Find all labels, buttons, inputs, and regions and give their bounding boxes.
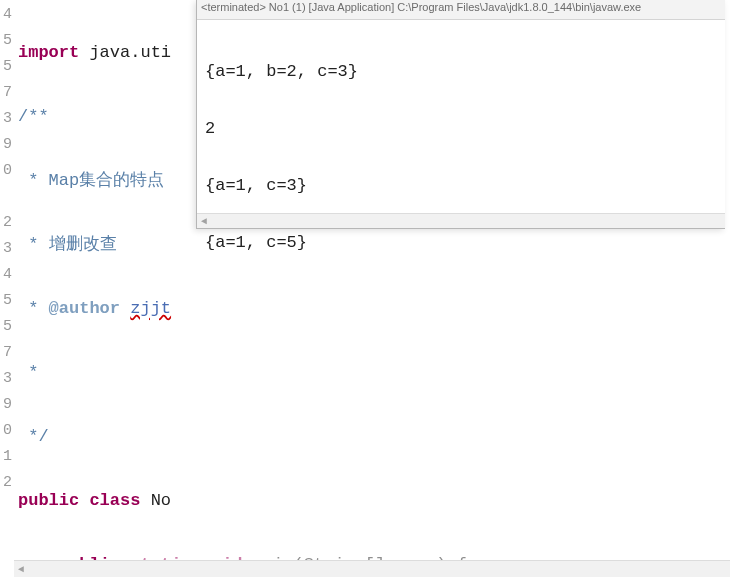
line-number: 7 <box>0 80 14 106</box>
line-number: 5 <box>0 28 14 54</box>
console-output[interactable]: {a=1, b=2, c=3} 2 {a=1, c=3} {a=1, c=5} <box>197 20 725 294</box>
console-horizontal-scrollbar[interactable]: ◄ <box>197 213 725 228</box>
scroll-left-arrow[interactable]: ◄ <box>14 562 28 576</box>
javadoc-star: * <box>18 171 49 190</box>
console-header: <terminated> No1 (1) [Java Application] … <box>197 0 725 20</box>
line-number: 2 <box>0 470 14 496</box>
console-line: 2 <box>205 119 717 138</box>
space <box>79 491 89 510</box>
line-number: 5 <box>0 314 14 340</box>
javadoc-star: * <box>18 299 49 318</box>
console-line: {a=1, b=2, c=3} <box>205 62 717 81</box>
line-number: 0 <box>0 158 14 184</box>
space <box>120 299 130 318</box>
line-number: 1 <box>0 444 14 470</box>
javadoc-text: Map集合的特点 <box>49 171 165 190</box>
keyword-class: class <box>89 491 140 510</box>
line-number <box>0 184 14 210</box>
line-number: 3 <box>0 366 14 392</box>
line-number: 9 <box>0 132 14 158</box>
class-name: No <box>140 491 171 510</box>
javadoc-text: 增删改查 <box>49 235 117 254</box>
code-line[interactable]: * <box>14 360 730 386</box>
line-number: 4 <box>0 262 14 288</box>
line-number: 7 <box>0 340 14 366</box>
console-line: {a=1, c=5} <box>205 233 717 252</box>
line-number: 4 <box>0 2 14 28</box>
keyword-import: import <box>18 43 79 62</box>
javadoc-star: * <box>18 363 38 382</box>
code-line[interactable]: * @author zjjt <box>14 296 730 322</box>
line-number: 3 <box>0 236 14 262</box>
console-view[interactable]: <terminated> No1 (1) [Java Application] … <box>196 0 725 229</box>
javadoc-end: */ <box>18 427 49 446</box>
line-number: 9 <box>0 392 14 418</box>
code-line[interactable]: */ <box>14 424 730 450</box>
javadoc-tag-author: @author <box>49 299 120 318</box>
line-number: 5 <box>0 54 14 80</box>
line-number: 2 <box>0 210 14 236</box>
console-line: {a=1, c=3} <box>205 176 717 195</box>
line-number: 5 <box>0 288 14 314</box>
javadoc-start: /** <box>18 107 49 126</box>
code-line[interactable]: public class No <box>14 488 730 514</box>
line-number-gutter: 4 5 5 7 3 9 0 2 3 4 5 5 7 3 9 0 1 2 <box>0 0 14 577</box>
scroll-left-arrow[interactable]: ◄ <box>197 214 211 228</box>
line-number: 3 <box>0 106 14 132</box>
keyword-public: public <box>18 491 79 510</box>
author-name: zjjt <box>130 299 171 318</box>
horizontal-scrollbar[interactable]: ◄ <box>14 560 730 577</box>
line-number: 0 <box>0 418 14 444</box>
code-text: java.uti <box>79 43 171 62</box>
javadoc-star: * <box>18 235 49 254</box>
